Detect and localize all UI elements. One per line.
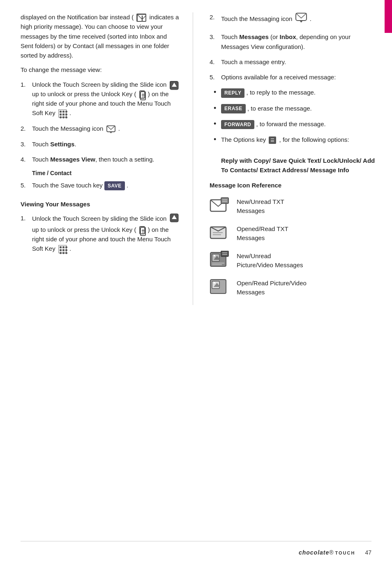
svg-marker-16 — [300, 21, 303, 23]
options-bullets: • REPLY , to reply to the message. • ERA… — [214, 88, 376, 175]
forward-button-label: FORWARD — [221, 120, 254, 129]
icon-ref-open-txt: Opened/Read TXTMessages — [210, 224, 376, 243]
intro-paragraph: displayed on the Notification bar instea… — [21, 12, 180, 60]
bullet-forward: • FORWARD , to forward the message. — [214, 119, 376, 129]
right-step-5: 5. Options available for a received mess… — [210, 72, 376, 82]
unlock-key-icon — [139, 90, 145, 99]
new-txt-label: New/Unread TXTMessages — [237, 197, 284, 216]
icon-ref-new-mms: New/UnreadPicture/Video Messages — [210, 251, 376, 270]
svg-rect-30 — [221, 251, 228, 257]
icon-ref-list: New/Unread TXTMessages Opened/Read TXTMe… — [210, 196, 376, 298]
right-step-3: 3. Touch Messages (or Inbox, depending o… — [210, 32, 376, 51]
new-mms-icon — [210, 251, 229, 270]
bullet-reply: • REPLY , to reply to the message. — [214, 88, 376, 97]
slide-icon-2 — [170, 213, 179, 225]
svg-rect-3 — [170, 81, 178, 90]
reply-button-label: REPLY — [221, 88, 244, 98]
bullet-erase: • ERASE , to erase the message. — [214, 104, 376, 113]
svg-point-27 — [214, 255, 215, 257]
svg-marker-4 — [172, 83, 177, 87]
erase-button-label: ERASE — [221, 104, 246, 113]
open-txt-label: Opened/Read TXTMessages — [237, 224, 288, 243]
right-column: 2. Touch the Messaging icon . 3. — [193, 12, 376, 305]
open-mms-label: Open/Read Picture/VideoMessages — [237, 279, 307, 297]
slide-icon — [170, 81, 178, 89]
brand-touch: TOUCH — [335, 550, 355, 555]
icon-ref-new-txt: New/Unread TXTMessages — [210, 196, 376, 216]
up-to-text-2: up to — [32, 226, 48, 233]
change-view-steps: 1. Unlock the Touch Screen by sliding th… — [21, 80, 180, 164]
brand-name: chocolate® TOUCH — [299, 549, 355, 556]
page-tab — [385, 0, 392, 33]
icon-ref-open-mms: Open/Read Picture/VideoMessages — [210, 278, 376, 298]
icon-ref-heading: Message Icon Reference — [210, 180, 376, 190]
right-step-2: 2. Touch the Messaging icon . — [210, 12, 376, 26]
open-mms-icon — [210, 278, 229, 298]
up-to-text: up to — [32, 90, 48, 97]
step5-list: 5. Touch the Save touch key SAVE . — [21, 180, 180, 190]
change-view-heading: To change the message view: — [21, 65, 180, 74]
time-contact-label: Time / Contact — [32, 170, 180, 176]
svg-point-2 — [142, 20, 143, 21]
view-steps-list: 1. Unlock the Touch Screen by sliding th… — [21, 213, 180, 254]
menu-soft-key-icon — [58, 109, 67, 118]
messaging-icon — [106, 125, 115, 134]
options-sub-text: Reply with Copy/ Save Quick Text/ Lock/U… — [221, 156, 376, 175]
options-key-icon: ☰ — [269, 136, 276, 144]
footer-line — [21, 541, 371, 541]
unlock-key-icon-2 — [139, 226, 145, 234]
svg-marker-9 — [109, 132, 112, 133]
step-4-messages-view: 4. Touch Messages View, then touch a set… — [21, 155, 180, 164]
step-5: 5. Touch the Save touch key SAVE . — [21, 180, 180, 190]
new-txt-icon — [210, 196, 229, 216]
brand-chocolate: chocolate — [299, 549, 329, 556]
page-footer: chocolate® TOUCH 47 — [299, 549, 371, 556]
save-button-label: SAVE — [104, 181, 125, 191]
svg-point-36 — [214, 282, 215, 284]
step-2-messaging: 2. Touch the Messaging icon . — [21, 124, 180, 134]
open-txt-icon — [210, 224, 229, 243]
step-3-settings: 3. Touch Settings. — [21, 139, 180, 149]
messaging-icon-right — [295, 12, 307, 26]
svg-rect-18 — [221, 198, 228, 203]
left-column: displayed on the Notification bar instea… — [21, 12, 193, 305]
priority-message-icon — [136, 14, 146, 22]
right-step-4: 4. Touch a message entry. — [210, 57, 376, 67]
right-steps: 2. Touch the Messaging icon . 3. — [210, 12, 376, 82]
new-mms-label: New/UnreadPicture/Video Messages — [237, 252, 303, 270]
bullet-options: • The Options key ☰ , for the following … — [214, 135, 376, 175]
page-number: 47 — [365, 549, 371, 556]
step-1: 1. Unlock the Touch Screen by sliding th… — [21, 80, 180, 118]
viewing-messages-heading: Viewing Your Messages — [21, 199, 180, 209]
view-step-1: 1. Unlock the Touch Screen by sliding th… — [21, 213, 180, 254]
menu-soft-key-icon-2 — [58, 245, 67, 253]
